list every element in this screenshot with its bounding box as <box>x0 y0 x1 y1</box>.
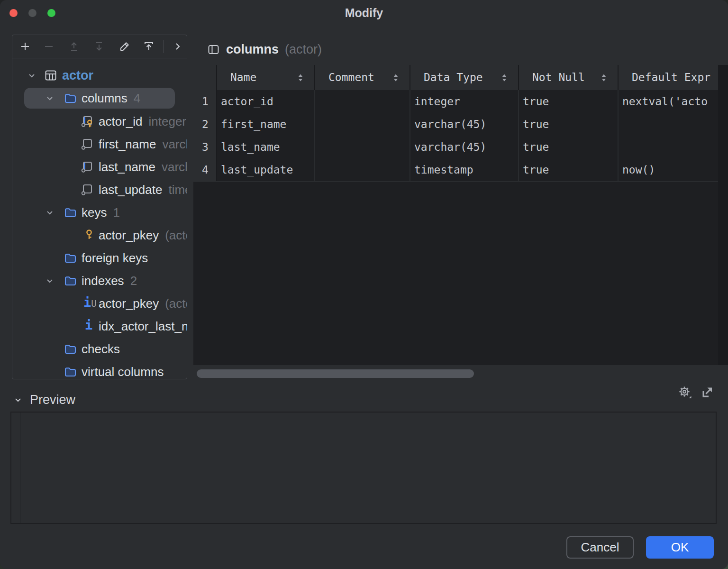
tree-item-last-name[interactable]: last_name varchar(45) <box>12 156 187 178</box>
tree-item-idx-actor-last-name[interactable]: i idx_actor_last_name <box>12 315 187 338</box>
tree-item-detail: (actor_id) <box>165 228 187 243</box>
move-up-button <box>66 38 82 55</box>
column-header-data-type[interactable]: Data Type <box>410 65 519 90</box>
table-icon <box>44 69 58 83</box>
tree-item-label: first_name <box>99 137 156 152</box>
table-body: 1 actor_id integer true nextval('acto 2 … <box>193 90 718 365</box>
edit-button[interactable] <box>117 38 133 55</box>
chevron-down-icon[interactable] <box>27 71 36 80</box>
index-icon: i <box>85 318 92 332</box>
tree-item-label: actor_pkey <box>99 296 159 311</box>
unique-index-icon: iU <box>83 295 97 310</box>
row-number: 4 <box>193 158 217 181</box>
row-number: 3 <box>193 136 217 158</box>
cell-default-expr[interactable]: nextval('acto <box>619 90 718 113</box>
titlebar: Modify <box>0 0 728 27</box>
expand-toolbar-button[interactable] <box>170 38 186 55</box>
tree-item-first-name[interactable]: first_name varchar(45) <box>12 133 187 156</box>
tree-item-actor[interactable]: actor <box>12 64 187 87</box>
cell-default-expr[interactable]: now() <box>619 158 718 181</box>
sort-icon <box>499 73 510 83</box>
chevron-down-icon[interactable] <box>45 276 55 285</box>
cell-comment[interactable] <box>315 90 410 113</box>
tree-item-label: keys <box>82 205 107 220</box>
preview-editor[interactable] <box>10 412 717 524</box>
tree-item-label: foreign keys <box>82 251 148 266</box>
cell-not-null[interactable]: true <box>519 90 618 113</box>
tree-item-columns[interactable]: columns 4 <box>12 87 187 110</box>
cell-not-null[interactable]: true <box>519 113 618 136</box>
tree-item-foreign-keys[interactable]: foreign keys <box>12 247 187 269</box>
row-number: 2 <box>193 113 217 136</box>
preview-section-header[interactable]: Preview <box>13 393 678 407</box>
preview-controls <box>678 385 715 400</box>
key-icon <box>82 229 97 243</box>
add-button[interactable] <box>17 38 33 55</box>
tree-item-indexes[interactable]: indexes 2 <box>12 269 187 292</box>
chevron-down-icon[interactable] <box>45 208 55 217</box>
table-row: 1 actor_id integer true nextval('acto <box>193 90 708 113</box>
move-down-button <box>91 38 107 55</box>
tree-item-detail: (actor_id) <box>165 296 187 311</box>
tree-item-virtual-columns[interactable]: virtual columns <box>12 360 187 379</box>
tree-item-label: actor_pkey <box>99 228 159 243</box>
tree-item-label: actor_id <box>99 114 143 129</box>
cell-name[interactable]: first_name <box>217 113 314 136</box>
ok-button[interactable]: OK <box>646 536 714 559</box>
cell-data-type[interactable]: integer <box>410 90 518 113</box>
column-header-default-expr[interactable]: Default Expr <box>619 65 718 90</box>
upload-ddl-button[interactable] <box>141 38 157 55</box>
cell-default-expr[interactable] <box>619 136 718 158</box>
table-row: 4 last_update timestamp true now() <box>193 158 708 181</box>
column-primary-key-icon <box>80 115 94 129</box>
cell-comment[interactable] <box>315 136 410 158</box>
section-divider <box>82 400 678 400</box>
sort-icon <box>391 73 401 83</box>
tree-item-label: indexes <box>82 274 124 288</box>
cancel-button[interactable]: Cancel <box>566 536 634 559</box>
editor-gutter-line <box>20 413 21 523</box>
cell-data-type[interactable]: timestamp <box>410 158 518 181</box>
window-title: Modify <box>0 0 728 27</box>
tree-item-label: virtual columns <box>82 365 164 379</box>
tree-item-index-actor-pkey[interactable]: iU actor_pkey (actor_id) <box>12 292 187 315</box>
editor-title: columns <box>226 42 279 57</box>
tree-item-type: timestamp <box>168 183 187 197</box>
tree-item-actor-id[interactable]: actor_id integer <box>12 110 187 133</box>
column-header-comment[interactable]: Comment <box>315 65 410 90</box>
cell-comment[interactable] <box>315 113 410 136</box>
folder-icon <box>64 92 78 106</box>
tree-item-checks[interactable]: checks <box>12 338 187 360</box>
cell-comment[interactable] <box>315 158 410 181</box>
cell-name[interactable]: actor_id <box>217 90 314 113</box>
cell-data-type[interactable]: varchar(45) <box>410 113 518 136</box>
tree-item-label: idx_actor_last_name <box>99 319 187 334</box>
cell-name[interactable]: last_name <box>217 136 314 158</box>
chevron-down-icon[interactable] <box>45 93 55 103</box>
header-row-number <box>193 65 217 90</box>
tree-item-actor-pkey[interactable]: actor_pkey (actor_id) <box>12 224 187 247</box>
columns-table: Name Comment Data Type Not Null Default … <box>193 65 728 365</box>
cell-name[interactable]: last_update <box>217 158 314 181</box>
column-header-not-null[interactable]: Not Null <box>519 65 619 90</box>
cell-not-null[interactable]: true <box>519 158 618 181</box>
cell-data-type[interactable]: varchar(45) <box>410 136 518 158</box>
cell-not-null[interactable]: true <box>519 136 618 158</box>
tree-item-count: 1 <box>113 205 119 220</box>
table-structure-tree: actor columns 4 actor_id <box>12 58 187 379</box>
chevron-down-icon[interactable] <box>13 395 23 404</box>
open-in-editor-icon[interactable] <box>700 385 715 400</box>
folder-icon <box>64 206 78 220</box>
tree-item-keys[interactable]: keys 1 <box>12 201 187 224</box>
horizontal-scrollbar[interactable] <box>197 369 474 378</box>
gear-icon[interactable] <box>678 385 693 400</box>
tree-item-type: varchar(45) <box>162 137 187 152</box>
cell-default-expr[interactable] <box>619 113 718 136</box>
grid-line <box>193 181 718 182</box>
modify-dialog: Modify <box>0 0 728 569</box>
columns-icon <box>207 43 220 56</box>
structure-panel: actor columns 4 actor_id <box>12 35 187 379</box>
tree-item-last-update[interactable]: last_update timestamp <box>12 178 187 201</box>
column-indexed-icon <box>80 160 94 174</box>
column-header-name[interactable]: Name <box>217 65 315 90</box>
